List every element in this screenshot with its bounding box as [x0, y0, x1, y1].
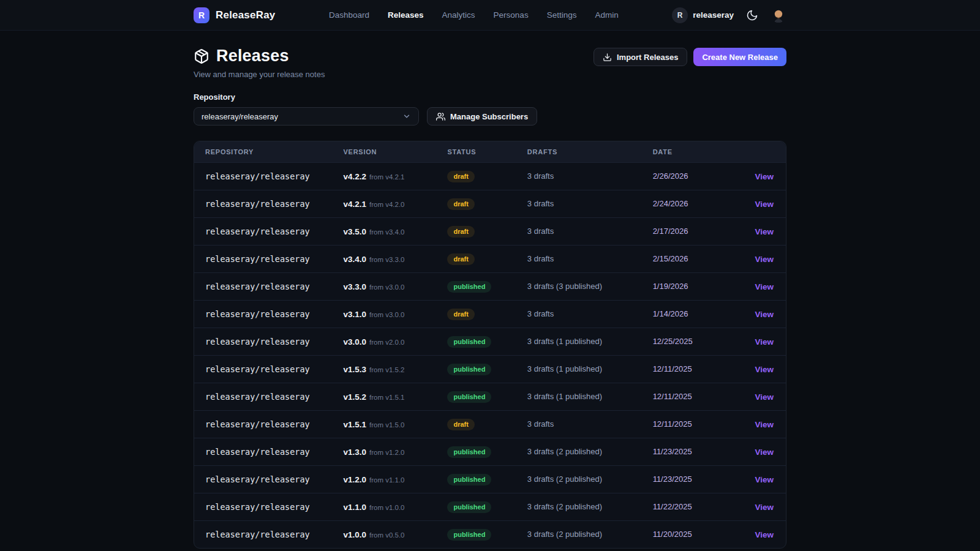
- drafts-cell: 3 drafts (2 published): [527, 438, 653, 465]
- version-from-label: from v2.0.0: [369, 339, 405, 346]
- table-row: releaseray/releaseray v1.5.1from v1.5.0 …: [194, 410, 786, 438]
- brand[interactable]: R ReleaseRay: [194, 7, 275, 23]
- drafts-cell: 3 drafts (3 published): [527, 272, 653, 300]
- table-row: releaseray/releaseray v1.5.2from v1.5.1 …: [194, 383, 786, 410]
- status-badge: published: [447, 336, 491, 348]
- view-link[interactable]: View: [755, 475, 774, 484]
- user-avatar[interactable]: [771, 7, 786, 23]
- status-badge: published: [447, 529, 491, 541]
- view-link[interactable]: View: [755, 172, 774, 181]
- view-link[interactable]: View: [755, 255, 774, 264]
- drafts-cell: 3 drafts (2 published): [527, 465, 653, 493]
- date-cell: 11/23/2025: [653, 465, 748, 493]
- version-from-label: from v1.5.0: [369, 421, 405, 429]
- drafts-cell: 3 drafts (2 published): [527, 493, 653, 520]
- nav-item-personas[interactable]: Personas: [494, 10, 529, 20]
- drafts-cell: 3 drafts: [527, 162, 653, 190]
- repo-cell: releaseray/releaseray: [194, 217, 343, 245]
- view-link[interactable]: View: [755, 420, 774, 429]
- repo-cell: releaseray/releaseray: [194, 493, 343, 520]
- date-cell: 11/20/2025: [653, 520, 748, 548]
- version-from-label: from v1.5.1: [369, 394, 405, 401]
- repo-cell: releaseray/releaseray: [194, 162, 343, 190]
- main-nav: Dashboard Releases Analytics Personas Se…: [329, 10, 619, 20]
- version-label: v1.0.0: [343, 530, 366, 539]
- nav-item-settings[interactable]: Settings: [547, 10, 577, 20]
- nav-item-admin[interactable]: Admin: [595, 10, 618, 20]
- date-cell: 12/25/2025: [653, 328, 748, 355]
- drafts-cell: 3 drafts (1 published): [527, 355, 653, 383]
- repo-cell: releaseray/releaseray: [194, 438, 343, 465]
- import-releases-button[interactable]: Import Releases: [594, 48, 687, 66]
- view-link[interactable]: View: [755, 337, 774, 347]
- version-label: v1.5.2: [343, 392, 366, 402]
- column-header-date: DATE: [653, 141, 748, 162]
- view-link[interactable]: View: [755, 200, 774, 209]
- version-label: v4.2.1: [343, 200, 366, 209]
- releases-table: REPOSITORY VERSION STATUS DRAFTS DATE re…: [194, 141, 786, 548]
- column-header-actions: [747, 141, 786, 162]
- repo-cell: releaseray/releaseray: [194, 410, 343, 438]
- drafts-cell: 3 drafts: [527, 245, 653, 272]
- status-badge: draft: [447, 171, 474, 182]
- nav-item-dashboard[interactable]: Dashboard: [329, 10, 369, 20]
- nav-item-releases[interactable]: Releases: [388, 10, 424, 20]
- view-link[interactable]: View: [755, 227, 774, 236]
- theme-toggle[interactable]: [746, 9, 758, 21]
- drafts-cell: 3 drafts (1 published): [527, 383, 653, 410]
- repo-cell: releaseray/releaseray: [194, 328, 343, 355]
- create-new-release-button[interactable]: Create New Release: [693, 48, 786, 66]
- version-from-label: from v4.2.0: [369, 201, 405, 208]
- version-label: v3.5.0: [343, 227, 366, 236]
- drafts-cell: 3 drafts: [527, 300, 653, 328]
- column-header-status: STATUS: [447, 141, 527, 162]
- repository-label: Repository: [194, 92, 786, 102]
- view-link[interactable]: View: [755, 365, 774, 374]
- table-row: releaseray/releaseray v4.2.2from v4.2.1 …: [194, 162, 786, 190]
- manage-subscribers-button[interactable]: Manage Subscribers: [427, 107, 537, 126]
- repo-cell: releaseray/releaseray: [194, 245, 343, 272]
- version-label: v1.1.0: [343, 503, 366, 512]
- table-row: releaseray/releaseray v1.2.0from v1.1.0 …: [194, 465, 786, 493]
- status-badge: draft: [447, 198, 474, 210]
- date-cell: 12/11/2025: [653, 355, 748, 383]
- status-badge: draft: [447, 309, 474, 320]
- repo-cell: releaseray/releaseray: [194, 355, 343, 383]
- table-row: releaseray/releaseray v1.5.3from v1.5.2 …: [194, 355, 786, 383]
- view-link[interactable]: View: [755, 310, 774, 319]
- repo-cell: releaseray/releaseray: [194, 520, 343, 548]
- view-link[interactable]: View: [755, 530, 774, 539]
- version-label: v1.2.0: [343, 475, 366, 484]
- status-badge: published: [447, 364, 491, 375]
- nav-item-analytics[interactable]: Analytics: [442, 10, 475, 20]
- status-badge: draft: [447, 419, 474, 430]
- view-link[interactable]: View: [755, 448, 774, 457]
- version-from-label: from v3.3.0: [369, 256, 405, 263]
- version-label: v1.3.0: [343, 448, 366, 457]
- version-from-label: from v1.0.0: [369, 504, 405, 511]
- repo-cell: releaseray/releaseray: [194, 300, 343, 328]
- table-row: releaseray/releaseray v3.0.0from v2.0.0 …: [194, 328, 786, 355]
- download-icon: [603, 53, 612, 62]
- date-cell: 12/11/2025: [653, 383, 748, 410]
- view-link[interactable]: View: [755, 282, 774, 291]
- user-menu[interactable]: R releaseray: [672, 7, 734, 23]
- status-badge: published: [447, 281, 491, 293]
- version-label: v4.2.2: [343, 172, 366, 181]
- avatar-person-icon: [771, 7, 786, 23]
- status-badge: published: [447, 501, 491, 513]
- user-initial-badge: R: [672, 7, 688, 23]
- repo-cell: releaseray/releaseray: [194, 465, 343, 493]
- drafts-cell: 3 drafts: [527, 217, 653, 245]
- column-header-drafts: DRAFTS: [527, 141, 653, 162]
- repository-select[interactable]: releaseray/releaseray: [194, 107, 419, 126]
- drafts-cell: 3 drafts (1 published): [527, 328, 653, 355]
- version-label: v1.5.3: [343, 365, 366, 374]
- view-link[interactable]: View: [755, 392, 774, 402]
- version-from-label: from v1.2.0: [369, 449, 405, 456]
- drafts-cell: 3 drafts (2 published): [527, 520, 653, 548]
- page-subtitle: View and manage your release notes: [194, 70, 325, 79]
- view-link[interactable]: View: [755, 503, 774, 512]
- status-badge: published: [447, 391, 491, 403]
- table-row: releaseray/releaseray v3.5.0from v3.4.0 …: [194, 217, 786, 245]
